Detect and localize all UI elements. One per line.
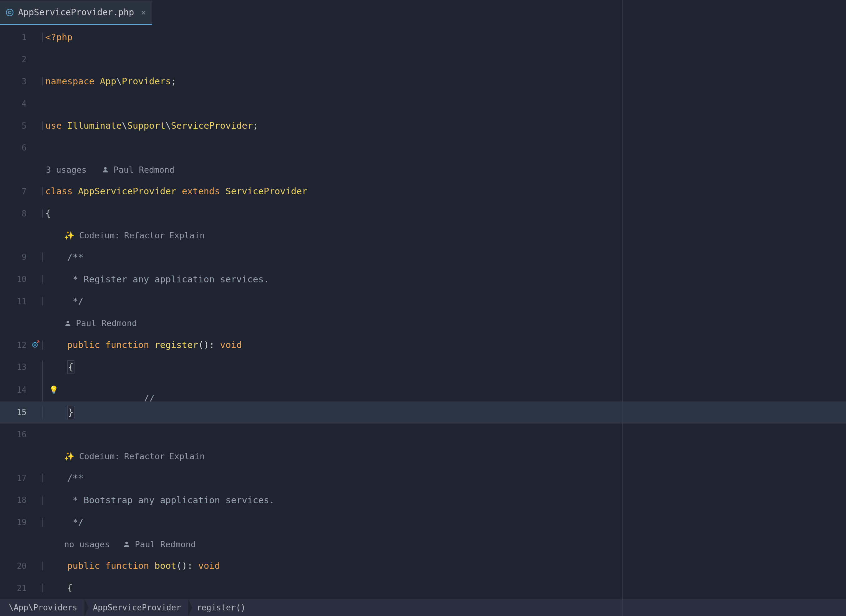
refactor-action[interactable]: Refactor: [124, 452, 165, 461]
sparkle-icon: ✨: [64, 230, 75, 241]
namespace-providers: Providers: [122, 76, 171, 87]
keyword-function: function: [105, 340, 149, 350]
code-line[interactable]: 4: [0, 92, 846, 114]
keyword-public: public: [67, 340, 100, 350]
breadcrumb: \App\Providers AppServiceProvider regist…: [0, 599, 846, 616]
codeium-label: Codeium:: [79, 452, 120, 461]
line-number: 15: [0, 408, 42, 417]
code-line[interactable]: 16: [0, 424, 846, 446]
line-number: 9: [0, 252, 42, 262]
keyword-extends: extends: [182, 186, 220, 197]
type-void: void: [220, 340, 242, 350]
usages-count[interactable]: 3 usages: [46, 165, 87, 175]
code-line[interactable]: 14 💡 //: [0, 378, 846, 401]
lightbulb-icon[interactable]: 💡: [49, 386, 59, 394]
code-line-current[interactable]: 15 }: [0, 401, 846, 424]
line-number: 4: [0, 99, 42, 109]
keyword-function: function: [105, 560, 149, 571]
code-lens-codeium-register: ✨ Codeium: Refactor Explain: [0, 224, 846, 246]
function-register: register: [154, 340, 198, 350]
line-number: 11: [0, 297, 42, 306]
code-lens-codeium-boot: ✨ Codeium: Refactor Explain: [0, 446, 846, 467]
line-number: 8: [0, 209, 42, 219]
codeium-label: Codeium:: [79, 230, 120, 240]
author-icon: [64, 320, 72, 327]
override-gutter-icon[interactable]: [32, 340, 40, 350]
tab-bar: AppServiceProvider.php ×: [0, 0, 846, 25]
svg-point-6: [125, 542, 128, 544]
code-line[interactable]: 6: [0, 137, 846, 159]
code-line[interactable]: 11 */: [0, 290, 846, 313]
explain-action[interactable]: Explain: [169, 230, 205, 240]
line-number: 18: [0, 496, 42, 505]
editor[interactable]: 1 <?php 2 3 namespace App\Providers; 4 5…: [0, 25, 846, 599]
code-line[interactable]: 8 {: [0, 202, 846, 224]
line-number: 10: [0, 274, 42, 284]
code-line[interactable]: 10 * Register any application services.: [0, 268, 846, 290]
author-name[interactable]: Paul Redmond: [135, 540, 196, 549]
svg-point-3: [66, 321, 69, 323]
author-icon: [123, 540, 130, 548]
line-number: 14: [0, 385, 42, 395]
code-line[interactable]: 17 /**: [0, 467, 846, 489]
code-lens-boot-usages: no usages Paul Redmond: [0, 534, 846, 555]
code-line[interactable]: 18 * Bootstrap any application services.: [0, 489, 846, 511]
author-name[interactable]: Paul Redmond: [113, 165, 174, 175]
keyword-class: class: [45, 186, 72, 197]
code-line[interactable]: 21 {: [0, 577, 846, 599]
line-number: 3: [0, 77, 42, 86]
usages-count[interactable]: no usages: [64, 540, 110, 549]
line-number: 5: [0, 121, 42, 131]
svg-point-4: [32, 342, 37, 347]
line-number: 20: [0, 561, 42, 571]
close-tab-icon[interactable]: ×: [141, 9, 146, 16]
line-number: 17: [0, 474, 42, 483]
svg-point-0: [6, 9, 13, 16]
namespace-app: App: [100, 76, 116, 87]
code-line[interactable]: 12 public function register(): void: [0, 334, 846, 356]
breadcrumb-namespace[interactable]: \App\Providers: [6, 599, 85, 616]
sparkle-icon: ✨: [64, 452, 75, 461]
keyword-public: public: [67, 560, 100, 571]
code-lens-class: 3 usages Paul Redmond: [0, 159, 846, 180]
line-number: 6: [0, 143, 42, 153]
token-php-open: <?php: [45, 32, 72, 43]
file-tab[interactable]: AppServiceProvider.php ×: [0, 1, 152, 25]
code-line[interactable]: 3 namespace App\Providers;: [0, 70, 846, 93]
line-number: 13: [0, 362, 42, 372]
svg-point-1: [9, 11, 11, 14]
keyword-namespace: namespace: [45, 76, 94, 87]
refactor-action[interactable]: Refactor: [124, 230, 165, 240]
type-void: void: [198, 560, 220, 571]
breadcrumb-class[interactable]: AppServiceProvider: [85, 599, 188, 616]
code-line[interactable]: 1 <?php: [0, 26, 846, 48]
matched-brace-close: }: [67, 406, 74, 419]
code-lens-author-register: Paul Redmond: [0, 312, 846, 334]
code-line[interactable]: 2: [0, 48, 846, 70]
tab-label: AppServiceProvider.php: [18, 7, 134, 18]
svg-point-2: [104, 167, 107, 170]
breadcrumb-method[interactable]: register(): [188, 599, 253, 616]
author-icon: [102, 166, 109, 173]
line-number: 12: [0, 340, 42, 350]
code-line[interactable]: 9 /**: [0, 246, 846, 268]
line-number: 19: [0, 518, 42, 527]
keyword-use: use: [45, 120, 62, 131]
function-boot: boot: [154, 560, 177, 571]
svg-point-5: [34, 344, 36, 346]
php-file-icon: [6, 9, 14, 16]
author-name[interactable]: Paul Redmond: [76, 318, 137, 328]
line-number: 16: [0, 430, 42, 439]
line-number: 7: [0, 187, 42, 196]
code-line[interactable]: 5 use Illuminate\Support\ServiceProvider…: [0, 114, 846, 137]
explain-action[interactable]: Explain: [169, 452, 205, 461]
editor-right-margin: [622, 25, 623, 599]
code-line[interactable]: 20 public function boot(): void: [0, 555, 846, 577]
line-number: 21: [0, 584, 42, 593]
line-number: 2: [0, 55, 42, 64]
ide-window: AppServiceProvider.php × 1 <?php 2 3 nam…: [0, 0, 846, 616]
line-number: 1: [0, 32, 42, 42]
code-line[interactable]: 19 */: [0, 511, 846, 534]
code-line[interactable]: 7 class AppServiceProvider extends Servi…: [0, 180, 846, 203]
